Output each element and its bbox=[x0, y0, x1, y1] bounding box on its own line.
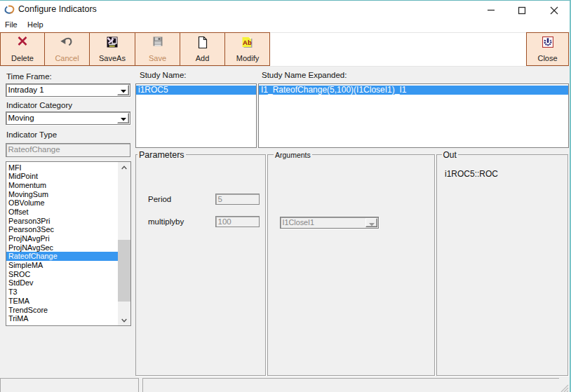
svg-text:Ab: Ab bbox=[243, 39, 252, 46]
